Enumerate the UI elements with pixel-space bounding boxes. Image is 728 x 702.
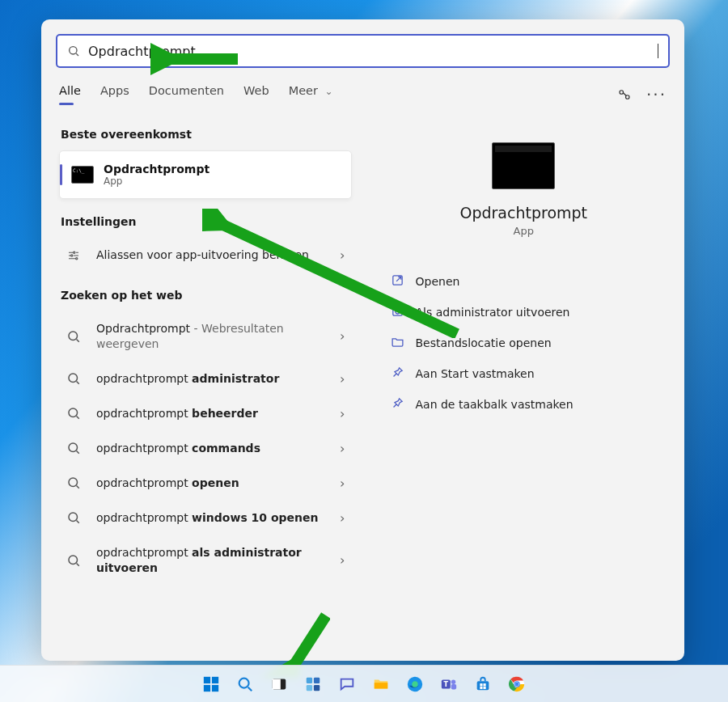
action-pin[interactable]: Aan de taakbalk vastmaken: [387, 389, 685, 420]
web-result-label: opdrachtprompt administrator: [96, 371, 328, 387]
svg-point-0: [70, 47, 77, 54]
web-result-item[interactable]: opdrachtprompt commands›: [59, 431, 355, 466]
svg-rect-18: [212, 684, 218, 691]
search-icon: [62, 553, 85, 568]
chevron-right-icon: ›: [340, 406, 345, 421]
search-icon: [62, 476, 85, 490]
svg-point-9: [69, 443, 78, 452]
taskbar-widgets-button[interactable]: [302, 673, 324, 696]
action-folder[interactable]: Bestandslocatie openen: [387, 328, 685, 358]
svg-point-41: [515, 682, 519, 686]
tab-all[interactable]: Alle: [59, 84, 81, 105]
action-label: Aan de taakbalk vastmaken: [416, 398, 574, 411]
svg-point-7: [69, 374, 78, 383]
search-icon: [62, 329, 85, 344]
chevron-right-icon: ›: [340, 441, 345, 456]
web-result-item[interactable]: opdrachtprompt openen›: [59, 466, 355, 501]
chevron-right-icon: ›: [340, 476, 345, 491]
web-result-label: opdrachtprompt openen: [96, 476, 328, 491]
action-shield[interactable]: Als administrator uitvoeren: [387, 297, 685, 328]
web-result-item[interactable]: opdrachtprompt windows 10 openen›: [59, 501, 355, 535]
best-match-subtitle: App: [104, 176, 210, 187]
folder-icon: [391, 335, 404, 351]
results-list: Beste overeenkomst Opdrachtprompt App In…: [41, 110, 363, 656]
taskbar-start-button[interactable]: [200, 673, 222, 696]
pin-icon: [391, 396, 404, 412]
web-result-item[interactable]: opdrachtprompt beheerder›: [59, 396, 355, 431]
tab-more[interactable]: Meer ⌄: [289, 84, 333, 105]
svg-rect-26: [375, 683, 388, 688]
web-result-label: opdrachtprompt commands: [96, 441, 328, 456]
search-icon: [67, 44, 80, 57]
svg-point-1: [620, 91, 624, 95]
filter-tabs: Alle Apps Documenten Web Meer ⌄ ···: [41, 73, 684, 110]
taskbar-chat-button[interactable]: [336, 673, 358, 696]
open-icon: [391, 273, 404, 290]
app-large-icon: [492, 142, 555, 189]
svg-rect-23: [314, 677, 320, 683]
web-result-label: Opdrachtprompt - Webresultaten weergeven: [96, 321, 328, 352]
shield-icon: [391, 304, 404, 320]
chevron-down-icon: ⌄: [325, 86, 333, 97]
web-result-item[interactable]: Opdrachtprompt - Webresultaten weergeven…: [59, 311, 355, 362]
web-result-label: opdrachtprompt windows 10 openen: [96, 510, 328, 526]
svg-point-28: [412, 681, 417, 687]
best-match-title: Opdrachtprompt: [104, 163, 210, 176]
action-label: Aan Start vastmaken: [416, 367, 535, 380]
tab-more-label: Meer: [289, 84, 318, 97]
action-open[interactable]: Openen: [387, 266, 685, 297]
svg-rect-17: [204, 684, 210, 691]
tab-documents[interactable]: Documenten: [149, 84, 224, 105]
taskbar-store-button[interactable]: [472, 673, 494, 696]
svg-point-5: [76, 257, 78, 259]
settings-item-aliases[interactable]: Aliassen voor app-uitvoering beheren ›: [59, 238, 355, 273]
preview-title: Opdrachtprompt: [363, 204, 685, 222]
svg-point-10: [69, 478, 78, 487]
svg-point-11: [69, 513, 78, 522]
activity-icon[interactable]: [617, 87, 632, 102]
taskbar-chrome-button[interactable]: [506, 673, 528, 696]
taskbar-explorer-button[interactable]: [370, 673, 392, 696]
section-web: Zoeken op het web: [61, 289, 360, 302]
taskbar-search-button[interactable]: [234, 673, 256, 696]
chevron-right-icon: ›: [340, 552, 345, 568]
chevron-right-icon: ›: [340, 510, 345, 526]
chevron-right-icon: ›: [340, 328, 345, 344]
settings-slider-icon: [66, 248, 81, 263]
action-pin[interactable]: Aan Start vastmaken: [387, 358, 685, 389]
svg-point-3: [74, 252, 75, 253]
action-label: Openen: [416, 275, 460, 288]
more-options-icon[interactable]: ···: [646, 87, 667, 103]
taskbar: T: [0, 665, 728, 702]
svg-rect-35: [483, 683, 485, 686]
search-input[interactable]: [88, 44, 654, 59]
search-bar-container: [41, 19, 684, 73]
chevron-right-icon: ›: [340, 247, 345, 263]
svg-rect-24: [307, 684, 312, 690]
web-result-item[interactable]: opdrachtprompt als administrator uitvoer…: [59, 535, 355, 586]
taskbar-edge-button[interactable]: [404, 673, 426, 696]
svg-point-4: [71, 254, 73, 256]
svg-point-31: [451, 679, 456, 684]
tab-web[interactable]: Web: [243, 84, 269, 105]
web-result-label: opdrachtprompt beheerder: [96, 406, 328, 421]
tab-apps[interactable]: Apps: [100, 84, 129, 105]
preview-pane: Opdrachtprompt App OpenenAls administrat…: [363, 110, 685, 656]
text-cursor: [658, 44, 658, 58]
svg-rect-15: [204, 676, 210, 683]
svg-point-19: [239, 678, 249, 687]
settings-item-label: Aliassen voor app-uitvoering beheren: [96, 247, 328, 263]
best-match-item[interactable]: Opdrachtprompt App: [59, 150, 352, 199]
svg-rect-25: [314, 684, 320, 690]
taskbar-teams-button[interactable]: T: [438, 673, 460, 696]
svg-rect-36: [480, 686, 482, 688]
search-icon: [62, 510, 85, 525]
web-result-item[interactable]: opdrachtprompt administrator›: [59, 362, 355, 396]
pin-icon: [391, 366, 404, 382]
svg-rect-34: [480, 683, 482, 686]
svg-point-6: [69, 332, 78, 340]
svg-rect-37: [483, 686, 485, 688]
search-box[interactable]: [56, 34, 670, 68]
search-icon: [62, 406, 85, 421]
taskbar-taskview-button[interactable]: [268, 673, 290, 696]
